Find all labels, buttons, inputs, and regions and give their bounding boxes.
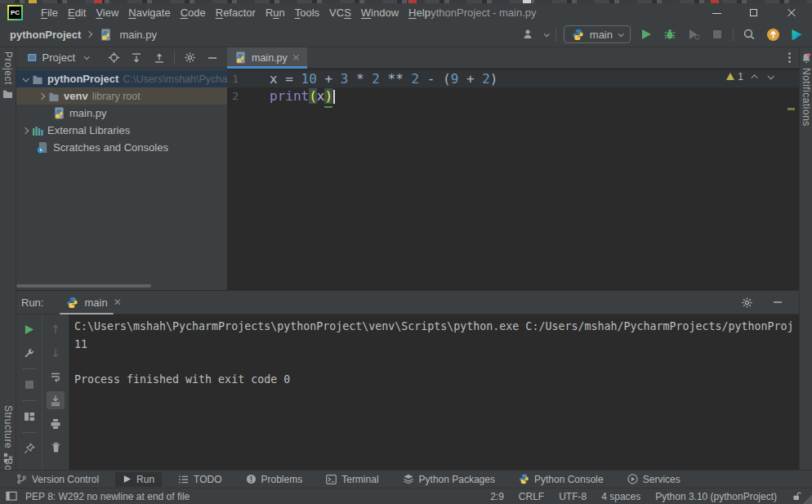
- run-console-output[interactable]: C:\Users\mshah\PycharmProjects\pythonPro…: [69, 314, 799, 470]
- status-message[interactable]: PEP 8: W292 no newline at end of file: [25, 491, 190, 502]
- code-line-2[interactable]: 2print(x): [227, 87, 799, 105]
- tool-window-button-label: Terminal: [341, 474, 378, 485]
- tree-item-scratches-and-consoles[interactable]: Scratches and Consoles: [16, 139, 227, 156]
- edit-configuration-wrench-icon[interactable]: [20, 344, 38, 362]
- file-encoding[interactable]: UTF-8: [559, 491, 587, 502]
- menu-file[interactable]: File: [36, 5, 63, 20]
- tree-chevron-right-icon[interactable]: [38, 92, 45, 99]
- run-settings-gear-icon[interactable]: [738, 294, 755, 310]
- tree-item-venv[interactable]: venvlibrary root: [16, 87, 227, 105]
- expand-all-button[interactable]: [128, 50, 145, 66]
- python-icon: [519, 474, 529, 484]
- menu-run[interactable]: Run: [261, 5, 290, 20]
- project-horizontal-scrollbar[interactable]: [16, 284, 151, 288]
- previous-problem-icon[interactable]: [751, 74, 757, 81]
- tool-window-button-terminal[interactable]: Terminal: [319, 472, 386, 487]
- run-tab-main[interactable]: main ✕: [60, 291, 127, 314]
- toolbar-divider: [174, 51, 175, 65]
- tree-item-pythonproject[interactable]: pythonProjectC:\Users\mshah\PycharmProje…: [16, 70, 227, 87]
- tree-chevron-right-icon[interactable]: [22, 127, 29, 133]
- tab-options-icon[interactable]: [788, 52, 791, 63]
- tab-close-icon[interactable]: [292, 54, 300, 61]
- folder-icon: [2, 89, 13, 99]
- menu-vcs[interactable]: VCS: [324, 5, 356, 20]
- interpreter[interactable]: Python 3.10 (pythonProject): [655, 491, 777, 502]
- tool-windows-toggle-icon[interactable]: [6, 491, 18, 502]
- tool-button-project[interactable]: Project: [0, 51, 16, 99]
- next-occurrence-button[interactable]: ↓: [47, 344, 65, 362]
- error-stripe-warning-mark[interactable]: [787, 108, 795, 110]
- soft-wrap-button[interactable]: [47, 368, 65, 386]
- tree-chevron-down-icon[interactable]: [22, 75, 29, 82]
- tool-window-button-services[interactable]: Services: [620, 472, 688, 487]
- run-panel-label: Run:: [21, 297, 43, 309]
- debug-button[interactable]: [662, 26, 678, 42]
- line-number[interactable]: 1: [227, 73, 270, 85]
- restore-layout-button[interactable]: [20, 408, 38, 426]
- search-everywhere-button[interactable]: [741, 26, 757, 42]
- settings-gear-icon[interactable]: [181, 50, 198, 66]
- python-icon: [66, 297, 78, 309]
- stop-button[interactable]: [709, 26, 725, 42]
- user-avatar-icon[interactable]: [520, 26, 537, 42]
- project-panel-title[interactable]: Project: [42, 51, 75, 64]
- tool-window-button-python-console[interactable]: Python Console: [511, 472, 611, 487]
- inspection-widget: 1: [726, 71, 773, 83]
- print-button[interactable]: [47, 415, 65, 433]
- code-with-me-icon[interactable]: [788, 26, 805, 42]
- run-panel-body: ↑ ↓ C:\Users\mshah\PycharmPr: [16, 314, 799, 470]
- project-panel-header: Project: [16, 47, 227, 69]
- tool-button-structure[interactable]: Structure: [0, 405, 16, 462]
- close-button[interactable]: [773, 3, 810, 22]
- toolbar-divider: [22, 432, 37, 433]
- clear-console-trash-icon[interactable]: [47, 439, 65, 457]
- chevron-down-icon[interactable]: [84, 54, 90, 60]
- tree-item-external-libraries[interactable]: External Libraries: [16, 122, 227, 139]
- breadcrumb-file[interactable]: main.py: [119, 29, 157, 41]
- stop-process-button[interactable]: [20, 376, 38, 394]
- console-line: C:\Users\mshah\PycharmProjects\pythonPro…: [74, 318, 799, 336]
- prev-occurrence-button[interactable]: ↑: [47, 320, 65, 338]
- collapse-all-button[interactable]: [151, 50, 167, 66]
- code-line-1[interactable]: 1x = 10 + 3 * 2 ** 2 - (9 + 2): [227, 70, 799, 87]
- locate-file-button[interactable]: [105, 50, 122, 66]
- run-tab-close-icon[interactable]: ✕: [114, 297, 122, 308]
- run-with-coverage-button[interactable]: [685, 26, 702, 42]
- editor-tab-main-py[interactable]: main.py: [227, 47, 307, 69]
- menu-navigate[interactable]: Navigate: [123, 5, 175, 20]
- hide-panel-button[interactable]: [204, 50, 221, 66]
- maximize-button[interactable]: [735, 3, 773, 22]
- ide-update-icon[interactable]: [765, 26, 781, 42]
- tool-window-button-run[interactable]: Run: [115, 472, 162, 487]
- menu-tools[interactable]: Tools: [290, 5, 324, 20]
- breadcrumb-project[interactable]: pythonProject: [10, 29, 81, 41]
- tool-button-notifications[interactable]: Notifications: [800, 52, 812, 127]
- scroll-to-end-button[interactable]: [47, 391, 65, 409]
- minimize-button[interactable]: [698, 3, 735, 22]
- rerun-button[interactable]: [20, 320, 38, 338]
- code-text: print(x): [270, 88, 332, 104]
- title-bar[interactable]: PC FileEditViewNavigateCodeRefactorRunTo…: [0, 3, 812, 22]
- code-editor[interactable]: 1x = 10 + 3 * 2 ** 2 - (9 + 2)2print(x) …: [227, 69, 799, 289]
- line-number[interactable]: 2: [227, 90, 270, 102]
- tool-window-button-python-packages[interactable]: Python Packages: [395, 472, 502, 487]
- tree-item-main-py[interactable]: main.py: [16, 105, 227, 122]
- warning-indicator[interactable]: 1: [726, 71, 743, 83]
- indent-setting[interactable]: 4 spaces: [601, 491, 640, 502]
- hide-run-panel-button[interactable]: [770, 294, 786, 310]
- run-button[interactable]: [638, 26, 654, 42]
- menu-refactor[interactable]: Refactor: [211, 5, 261, 20]
- menu-window[interactable]: Window: [356, 5, 404, 20]
- python-icon: [53, 107, 65, 119]
- menu-view[interactable]: View: [91, 5, 123, 20]
- menu-code[interactable]: Code: [176, 5, 211, 20]
- tool-window-button-problems[interactable]: Problems: [239, 472, 310, 487]
- caret-position[interactable]: 2:9: [490, 491, 504, 502]
- tool-window-button-todo[interactable]: TODO: [171, 472, 229, 487]
- pin-tab-button[interactable]: [20, 439, 38, 457]
- line-separator[interactable]: CRLF: [519, 491, 544, 502]
- run-configuration-select[interactable]: main: [564, 25, 631, 43]
- resize-grip[interactable]: [801, 493, 812, 504]
- tool-window-button-version-control[interactable]: Version Control: [9, 472, 106, 487]
- menu-edit[interactable]: Edit: [63, 5, 91, 20]
